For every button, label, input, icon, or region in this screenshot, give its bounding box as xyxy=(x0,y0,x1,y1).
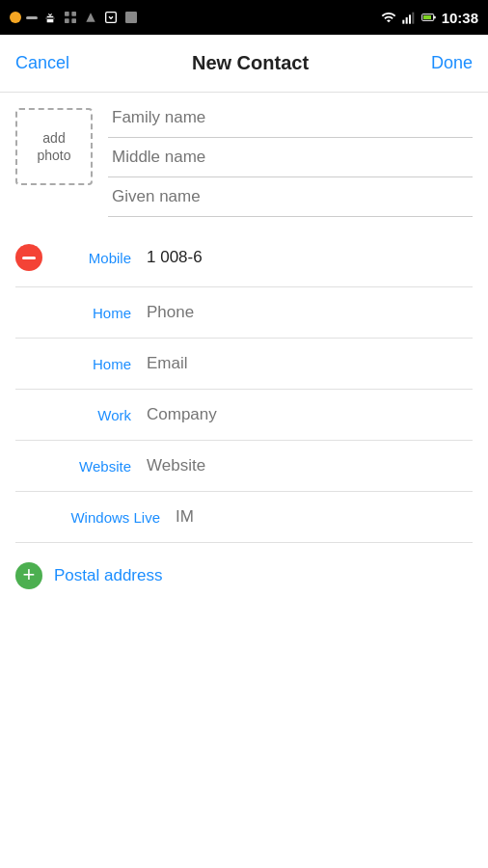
app-icon-4 xyxy=(123,10,139,25)
page-title: New Contact xyxy=(192,52,309,74)
name-fields xyxy=(108,108,473,217)
home-phone-field-row: Home xyxy=(15,287,473,339)
usb-icon xyxy=(42,10,58,25)
work-label: Work xyxy=(50,407,147,423)
signal-icon xyxy=(26,16,38,19)
home-email-input[interactable] xyxy=(147,354,473,373)
svg-rect-10 xyxy=(412,13,414,24)
svg-rect-13 xyxy=(433,16,435,19)
home-phone-input[interactable] xyxy=(147,303,473,322)
home-phone-label: Home xyxy=(50,305,147,321)
mobile-label: Mobile xyxy=(50,250,147,266)
app-icon-1 xyxy=(63,10,78,25)
network-icon xyxy=(10,12,21,23)
work-company-field-row: Work xyxy=(15,390,473,441)
add-photo-label: addphoto xyxy=(37,129,70,164)
add-postal-address-row[interactable]: Postal address xyxy=(15,543,473,609)
im-input[interactable] xyxy=(176,507,473,527)
add-postal-label: Postal address xyxy=(54,566,162,585)
svg-rect-0 xyxy=(65,12,69,16)
fields-section: Mobile Home Home Work Website xyxy=(15,229,473,543)
clock: 10:38 xyxy=(442,10,478,26)
cancel-button[interactable]: Cancel xyxy=(15,53,69,73)
action-bar: Cancel New Contact Done xyxy=(0,35,488,93)
mobile-input[interactable] xyxy=(147,248,473,267)
svg-rect-9 xyxy=(409,14,411,23)
windows-live-field-row: Windows Live xyxy=(15,492,473,543)
family-name-input[interactable] xyxy=(108,108,473,138)
middle-name-input[interactable] xyxy=(108,138,473,177)
company-input[interactable] xyxy=(147,405,473,424)
done-button[interactable]: Done xyxy=(431,53,473,73)
svg-rect-3 xyxy=(71,18,76,23)
svg-rect-12 xyxy=(423,15,431,19)
svg-rect-8 xyxy=(405,17,407,24)
app-icon-3 xyxy=(103,10,119,25)
status-bar-right: 10:38 xyxy=(381,10,478,26)
add-postal-icon xyxy=(15,562,42,589)
battery-icon xyxy=(421,10,437,25)
svg-rect-5 xyxy=(106,13,117,23)
content-area: addphoto Mobile Home Home xyxy=(0,93,488,868)
photo-name-section: addphoto xyxy=(15,108,473,217)
svg-rect-1 xyxy=(71,12,76,16)
svg-rect-6 xyxy=(125,12,137,23)
status-bar-left xyxy=(10,10,139,25)
wifi-icon xyxy=(381,10,396,25)
home-email-label: Home xyxy=(50,356,147,372)
svg-rect-7 xyxy=(402,20,404,24)
add-photo-button[interactable]: addphoto xyxy=(15,108,93,185)
home-email-field-row: Home xyxy=(15,339,473,390)
website-input[interactable] xyxy=(147,456,473,475)
status-bar: 10:38 xyxy=(0,0,488,35)
mobile-field-row: Mobile xyxy=(15,229,473,287)
signal-bars-icon xyxy=(401,10,417,25)
website-field-row: Website xyxy=(15,441,473,492)
remove-mobile-button[interactable] xyxy=(15,244,42,271)
svg-marker-4 xyxy=(86,13,95,21)
app-icon-2 xyxy=(83,10,98,25)
windows-live-label: Windows Live xyxy=(50,509,176,526)
svg-rect-2 xyxy=(65,18,69,23)
given-name-input[interactable] xyxy=(108,177,473,217)
website-label: Website xyxy=(50,458,147,475)
